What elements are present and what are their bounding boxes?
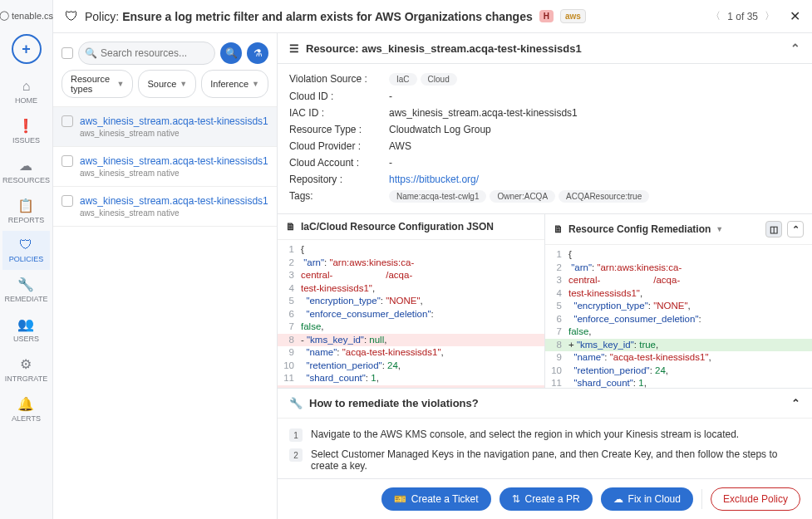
fix-in-cloud-button[interactable]: ☁ Fix in Cloud (601, 487, 693, 511)
resource-heading: Resource: aws_kinesis_stream.acqa-test-k… (306, 42, 582, 55)
search-icon: 🔍 (85, 47, 97, 59)
close-icon[interactable]: ✕ (790, 8, 800, 24)
list-icon: ☰ (289, 42, 299, 55)
nav-remediate[interactable]: 🔧REMEDIATE (2, 270, 50, 310)
split-view-toggle[interactable]: ◫ (765, 221, 782, 237)
nav-users[interactable]: 👥USERS (2, 310, 50, 350)
nav-policies[interactable]: 🛡POLICIES (2, 231, 50, 270)
resource-item[interactable]: aws_kinesis_stream.acqa-test-kinessisds1… (53, 147, 277, 187)
resource-item[interactable]: aws_kinesis_stream.acqa-test-kinessisds1… (53, 107, 277, 147)
drawer-header: 🛡 Policy:Ensure a log metric filter and … (53, 0, 812, 33)
resource-checkbox[interactable] (62, 195, 73, 207)
brand-logo: ◯tenable.cs (0, 5, 53, 26)
config-json-right[interactable]: 1{2 "arn": "arn:aws:kinesis:ca-3central-… (545, 245, 812, 388)
wrench-icon: 🔧 (289, 397, 303, 409)
nav-resources[interactable]: ☁RESOURCES (2, 151, 50, 191)
add-button[interactable]: + (12, 34, 42, 64)
shield-icon: 🛡 (65, 9, 78, 24)
resource-item[interactable]: aws_kinesis_stream.acqa-test-kinessisds1… (53, 187, 277, 227)
side-nav: ◯tenable.cs + ⌂HOME❗ISSUES☁RESOURCES📋REP… (0, 0, 53, 519)
file-icon: 🗎 (286, 221, 296, 233)
howto-title: How to remediate the violations? (309, 397, 479, 409)
severity-badge: H (539, 10, 554, 22)
resource-checkbox[interactable] (62, 155, 73, 167)
create-ticket-button[interactable]: 🎫 Create a Ticket (381, 487, 491, 511)
select-all-checkbox[interactable] (62, 47, 73, 59)
pager: 〈 1 of 35 〉 (709, 9, 776, 23)
provider-badge: aws (560, 9, 586, 23)
collapse-icon[interactable]: ⌃ (787, 221, 804, 237)
collapse-icon[interactable]: ⌃ (790, 42, 800, 55)
action-footer: 🎫 Create a Ticket ⇅ Create a PR ☁ Fix in… (278, 478, 812, 519)
exclude-policy-button[interactable]: Exclude Policy (711, 487, 800, 511)
filter-pill[interactable]: Inference ▼ (201, 70, 268, 98)
resource-list-panel: 🔍 🔍 ⚗ Resource types ▼Source ▼Inference … (53, 33, 278, 519)
diff-left-title: IaC/Cloud Resource Configuration JSON (301, 221, 494, 233)
diff-right-title: Resource Config Remediation (568, 223, 711, 235)
file-icon: 🗎 (554, 223, 563, 235)
nav-alerts[interactable]: 🔔ALERTS (2, 389, 50, 429)
nav-intrgrate[interactable]: ⚙INTRGRATE (2, 350, 50, 389)
collapse-icon[interactable]: ⌃ (791, 397, 800, 409)
create-pr-button[interactable]: ⇅ Create a PR (500, 487, 593, 511)
repo-link[interactable]: https://bitbucket.org/ (389, 174, 479, 185)
nav-reports[interactable]: 📋REPORTS (2, 191, 50, 231)
remediation-step: 1Navigate to the AWS KMS console, and se… (289, 425, 800, 445)
pager-next[interactable]: 〉 (763, 9, 776, 23)
resource-checkbox[interactable] (62, 115, 73, 127)
search-input[interactable] (78, 42, 215, 65)
filter-pill[interactable]: Source ▼ (138, 70, 196, 98)
filter-pill[interactable]: Resource types ▼ (62, 70, 133, 98)
chevron-down-icon[interactable]: ▼ (716, 225, 723, 233)
config-json-left[interactable]: 1{2 "arn": "arn:aws:kinesis:ca-3central-… (278, 240, 544, 388)
policy-title: Policy:Ensure a log metric filter and al… (85, 10, 533, 23)
filter-button[interactable]: ⚗ (247, 42, 268, 64)
resource-detail-panel: ☰ Resource: aws_kinesis_stream.acqa-test… (278, 33, 812, 519)
nav-home[interactable]: ⌂HOME (2, 72, 50, 111)
remediation-step: 2Select Customer Managed Keys in the nav… (289, 445, 800, 475)
search-button[interactable]: 🔍 (220, 42, 242, 64)
pager-prev[interactable]: 〈 (709, 9, 722, 23)
nav-issues[interactable]: ❗ISSUES (2, 111, 50, 151)
policy-drawer: 🛡 Policy:Ensure a log metric filter and … (53, 0, 812, 519)
